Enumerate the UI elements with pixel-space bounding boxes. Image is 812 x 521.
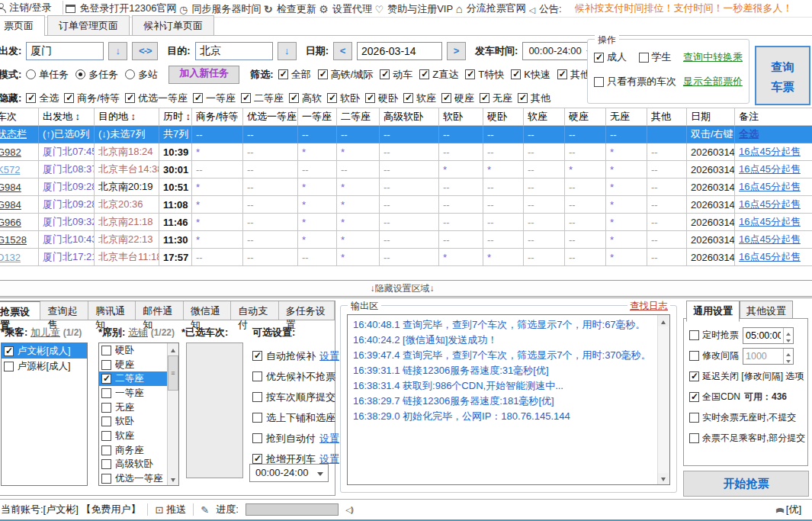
transfer-search-link[interactable]: 查询中转换乘 xyxy=(683,50,743,64)
seat-item[interactable]: 软座 xyxy=(99,429,167,443)
hide-column-checkbox[interactable]: 其他 xyxy=(518,92,550,105)
menu-item[interactable]: 免登录打开12306官网 xyxy=(66,2,176,15)
seat-item[interactable]: 硬座 xyxy=(99,358,167,372)
train-row[interactable]: G966 厦门北09:32 北京南21:18 11:46 * -- * * --… xyxy=(0,214,812,231)
add-child-link[interactable]: 加儿童 xyxy=(30,326,60,338)
option-row[interactable]: 优先候补不抢票 xyxy=(252,366,335,387)
hide-column-checkbox[interactable]: 优选一等座 xyxy=(125,92,188,105)
status-row[interactable]: 状态栏(↑)已选0列(↓)未选7列共7列--------------------… xyxy=(0,126,812,143)
only-available-checkbox[interactable]: 只看有票的车次 xyxy=(594,75,676,88)
train-row[interactable]: G982 厦门北07:45 北京南18:24 10:39 * -- * * --… xyxy=(0,143,812,161)
student-checkbox[interactable]: 学生 xyxy=(639,50,672,64)
from-input[interactable] xyxy=(26,42,104,60)
choose-berth-link[interactable]: 选铺 xyxy=(128,326,148,338)
date-input[interactable] xyxy=(357,42,442,60)
menu-item[interactable]: 检查更新 xyxy=(264,2,316,16)
spinner-arrows-icon[interactable] xyxy=(783,349,793,364)
add-task-button[interactable]: 加入新任务 xyxy=(168,66,239,84)
train-number-link[interactable]: G984 xyxy=(0,182,21,193)
delay-close-checkbox[interactable]: 延迟关闭 [修改间隔] 选项 xyxy=(689,370,804,383)
sale-time-link[interactable]: 16点45分起售 xyxy=(739,146,801,157)
table-header-cell[interactable]: 高级软卧 xyxy=(380,108,439,126)
partial-submit-checkbox[interactable]: 余票不足乘客时,部分提交 xyxy=(689,432,805,445)
train-row[interactable]: K572 厦门北08:37 北京丰台14:38 30:01 -- -- -- -… xyxy=(0,161,812,178)
next-day-button[interactable]: > xyxy=(447,42,466,60)
option-row[interactable]: 选上下铺和选座 xyxy=(252,407,335,428)
train-row[interactable]: D132 厦门北17:21 北京丰台11:18 17:57 -- -- -- *… xyxy=(0,249,812,266)
no-standing-checkbox[interactable]: 实时余票无座时,不提交 xyxy=(689,411,796,424)
sale-time-link[interactable]: 16点45分起售 xyxy=(739,198,801,210)
to-input[interactable] xyxy=(195,42,273,60)
hide-settings-splitter[interactable]: ↓隐藏设置区域↓ xyxy=(0,280,812,298)
option-config-link[interactable]: 设置 xyxy=(319,349,339,363)
main-tab[interactable]: 票页面 xyxy=(0,15,45,36)
swap-stations-button[interactable]: <-> xyxy=(132,42,158,60)
seat-item[interactable]: 硬卧 xyxy=(99,343,167,358)
table-header-cell[interactable]: 优选一等座 xyxy=(243,108,298,126)
train-type-checkbox[interactable]: 动车 xyxy=(380,68,412,82)
option-config-link[interactable]: 设置 xyxy=(319,432,339,445)
show-all-prices-link[interactable]: 显示全部票价 xyxy=(683,75,743,88)
timed-grab-checkbox[interactable]: 定时抢票 xyxy=(689,329,739,342)
sale-time-link[interactable]: 16点45分起售 xyxy=(739,251,801,262)
table-header-cell[interactable]: 一等座 xyxy=(298,108,337,126)
settings-tab[interactable]: 自动支付 xyxy=(231,301,278,320)
sale-time-link[interactable]: 16点45分起售 xyxy=(739,163,801,175)
general-tab[interactable]: 通用设置 xyxy=(686,301,740,322)
seat-item[interactable]: 优选一等座 xyxy=(99,471,167,486)
scroll-up-icon[interactable] xyxy=(168,343,178,355)
to-dropdown-button[interactable]: ↓ xyxy=(278,42,297,60)
find-log-link[interactable]: 查找日志 xyxy=(627,300,670,313)
train-number-link[interactable]: G966 xyxy=(0,217,21,228)
from-dropdown-button[interactable]: ↓ xyxy=(108,42,127,60)
seat-item[interactable]: 高级软卧 xyxy=(99,458,167,472)
hide-column-checkbox[interactable]: 软座 xyxy=(403,92,436,105)
table-header-cell[interactable]: 二等座 xyxy=(337,108,380,126)
option-row[interactable]: 自动抢候补设置 xyxy=(252,346,335,366)
log-list[interactable]: 16:40:48.1 查询完毕，查到7个车次，筛选显示7个，用时:67毫秒。16… xyxy=(347,314,670,485)
option-row[interactable]: 按车次顺序提交 xyxy=(252,387,335,407)
table-header-cell[interactable]: 历时 ↕ xyxy=(159,108,192,126)
train-type-checkbox[interactable]: 其他 xyxy=(557,68,590,82)
interval-checkbox[interactable]: 修改间隔 xyxy=(689,349,739,362)
hide-column-checkbox[interactable]: 软卧 xyxy=(327,92,360,105)
hide-column-checkbox[interactable]: 全选 xyxy=(26,92,59,105)
selected-trains-box[interactable] xyxy=(186,343,243,478)
sale-time-link[interactable]: 16点45分起售 xyxy=(739,181,801,192)
settings-tab[interactable]: 微信通知 xyxy=(184,301,231,320)
scroll-thumb[interactable]: ≡ xyxy=(168,355,178,391)
seat-item[interactable]: 软卧 xyxy=(99,414,167,429)
timed-grab-spinner[interactable] xyxy=(743,327,794,344)
train-type-checkbox[interactable]: K快速 xyxy=(511,68,550,82)
scroll-down-icon[interactable] xyxy=(168,474,178,485)
mode-radio[interactable]: 多任务 xyxy=(75,68,118,82)
train-number-link[interactable]: G1528 xyxy=(0,234,27,246)
seat-item[interactable]: 一等座 xyxy=(99,386,167,400)
train-number-link[interactable]: D132 xyxy=(0,252,21,263)
train-type-checkbox[interactable]: Z直达 xyxy=(419,68,458,82)
hide-column-checkbox[interactable]: 二等座 xyxy=(241,92,284,105)
table-header-cell[interactable]: 备注 xyxy=(735,108,812,126)
table-header-cell[interactable]: 硬卧 xyxy=(483,108,524,126)
main-tab[interactable]: 订单管理页面 xyxy=(47,15,130,35)
table-header-cell[interactable]: 商务/特等 xyxy=(192,108,243,126)
train-row[interactable]: G984 厦门北09:28 北京20:36 11:08 * -- * * -- … xyxy=(0,196,812,214)
prev-day-button[interactable]: < xyxy=(333,42,352,60)
seat-item[interactable]: 无座 xyxy=(99,400,167,415)
table-header-cell[interactable]: 日期 xyxy=(687,108,735,126)
start-grab-button[interactable]: 开始抢票 xyxy=(683,471,809,497)
adult-checkbox[interactable]: 成人 xyxy=(594,50,627,64)
hide-column-checkbox[interactable]: 硬座 xyxy=(441,92,474,105)
table-header-cell[interactable]: 出发地 ↕ xyxy=(39,108,95,126)
hide-column-checkbox[interactable]: 无座 xyxy=(480,92,512,105)
scroll-up-icon[interactable] xyxy=(658,315,669,326)
table-header-cell[interactable]: 目的地 ↕ xyxy=(95,108,159,126)
settings-tab[interactable]: 抢票设置 xyxy=(0,301,40,320)
sale-time-link[interactable]: 16点45分起售 xyxy=(739,216,801,227)
output-scrollbar[interactable] xyxy=(657,315,669,484)
seat-scrollbar[interactable]: ≡ xyxy=(167,343,178,485)
table-header-cell[interactable]: 软卧 xyxy=(439,108,483,126)
main-tab[interactable]: 候补订单页面 xyxy=(132,15,214,35)
hide-column-checkbox[interactable]: 一等座 xyxy=(193,92,236,105)
option-row[interactable]: 抢到自动付设置 xyxy=(252,428,335,449)
